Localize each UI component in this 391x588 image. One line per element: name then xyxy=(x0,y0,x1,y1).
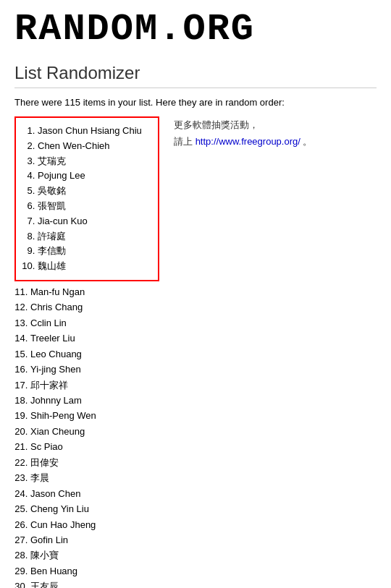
list-item: Shih-Peng Wen xyxy=(30,408,377,423)
top10-item: Jia-cun Kuo xyxy=(38,214,149,229)
content-area: Jason Chun Hsiang ChiuChen Wen-Chieh艾瑞克P… xyxy=(14,116,377,281)
description: There were 115 items in your list. Here … xyxy=(14,97,377,108)
list-item: Cun Hao Jheng xyxy=(30,517,377,532)
list-item: Gofin Lin xyxy=(30,532,377,547)
list-item: Chris Chang xyxy=(30,299,377,315)
top10-item: 魏山雄 xyxy=(38,259,149,274)
ad-box: 更多軟體抽獎活動， 請上 http://www.freegroup.org/ 。 xyxy=(174,116,313,150)
top10-item: Pojung Lee xyxy=(38,169,149,184)
ad-line2-text: 請上 xyxy=(174,136,196,147)
list-item: Cclin Lin xyxy=(30,315,377,331)
logo: RANDOM.ORG xyxy=(14,11,377,48)
ad-line2: 請上 http://www.freegroup.org/ 。 xyxy=(174,133,313,150)
list-item: Jason Chen xyxy=(30,486,377,501)
page-title: List Randomizer xyxy=(14,63,377,88)
top10-item: 許璿庭 xyxy=(38,229,149,244)
top10-item: Chen Wen-Chieh xyxy=(38,139,149,154)
top10-item: 李信勳 xyxy=(38,244,149,259)
list-item: 王友辰 xyxy=(30,579,377,588)
list-item: Treeler Liu xyxy=(30,331,377,346)
list-item: Xian Cheung xyxy=(30,424,377,439)
list-item: Ben Huang xyxy=(30,563,377,579)
list-item: Man-fu Ngan xyxy=(30,284,377,299)
top10-box: Jason Chun Hsiang ChiuChen Wen-Chieh艾瑞克P… xyxy=(14,116,159,281)
top10-list: Jason Chun Hsiang ChiuChen Wen-Chieh艾瑞克P… xyxy=(38,124,149,274)
header: RANDOM.ORG xyxy=(0,0,391,56)
list-item: Leo Chuang xyxy=(30,346,377,362)
list-item: 邱十家祥 xyxy=(30,378,377,393)
list-item: 田偉安 xyxy=(30,455,377,470)
list-item: Cheng Yin Liu xyxy=(30,501,377,516)
ad-line1: 更多軟體抽獎活動， xyxy=(174,116,313,133)
top10-item: 張智凱 xyxy=(38,199,149,214)
main-content: List Randomizer There were 115 items in … xyxy=(0,56,391,588)
top10-item: Jason Chun Hsiang Chiu xyxy=(38,124,149,139)
ad-link[interactable]: http://www.freegroup.org/ xyxy=(196,136,300,147)
list-item: Sc Piao xyxy=(30,439,377,454)
top10-item: 艾瑞克 xyxy=(38,154,149,169)
list-item: Johnny Lam xyxy=(30,393,377,408)
ad-period: 。 xyxy=(300,136,313,147)
list-item: Yi-jing Shen xyxy=(30,362,377,377)
list-item: 李晨 xyxy=(30,470,377,485)
full-list: Man-fu NganChris ChangCclin LinTreeler L… xyxy=(14,284,377,588)
remaining-list: Man-fu NganChris ChangCclin LinTreeler L… xyxy=(30,284,377,588)
top10-item: 吳敬銘 xyxy=(38,184,149,199)
list-item: 陳小寶 xyxy=(30,547,377,563)
